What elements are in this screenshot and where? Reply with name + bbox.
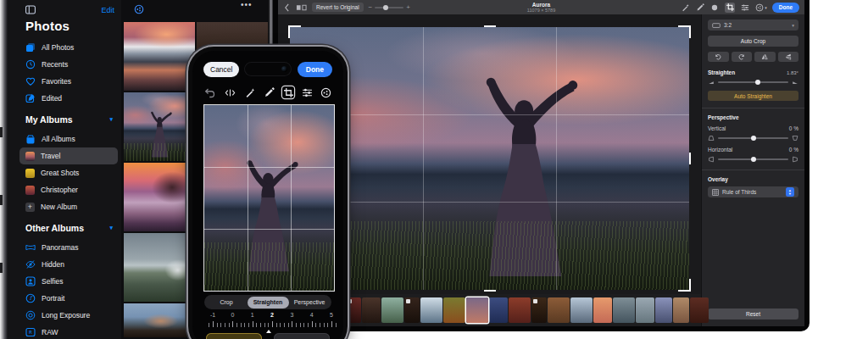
sidebar-item-all-photos[interactable]: All Photos <box>25 39 114 56</box>
zoom-in-icon[interactable]: + <box>406 3 410 11</box>
sidebar-item-hidden[interactable]: Hidden <box>25 256 114 273</box>
grid-photo-aurora[interactable] <box>124 92 195 161</box>
sliders-icon[interactable] <box>741 3 749 12</box>
sliders-icon[interactable] <box>302 87 313 98</box>
segment-perspective[interactable]: Perspective <box>289 297 331 308</box>
rotate-left-button[interactable] <box>708 52 729 62</box>
zoom-out-icon[interactable]: − <box>369 3 373 11</box>
sidebar-item-great-shots[interactable]: Great Shots <box>25 164 114 181</box>
crop-handle-right[interactable] <box>689 153 691 164</box>
vertical-knob[interactable] <box>751 136 756 141</box>
filmstrip-thumbnail[interactable] <box>346 297 361 323</box>
sidebar-item-christopher[interactable]: Christopher <box>25 181 114 198</box>
sidebar-item-recents[interactable]: Recents <box>25 56 114 73</box>
sidebar-item-travel[interactable]: Travel <box>19 147 118 164</box>
filmstrip-thumbnail[interactable] <box>489 297 508 323</box>
undo-icon[interactable] <box>204 87 215 98</box>
grid-photo-woman[interactable] <box>124 303 195 337</box>
sidebar-item-selfies[interactable]: Selfies <box>25 273 114 290</box>
sidebar-item-raw[interactable]: R RAW <box>25 324 114 339</box>
chevron-down-icon[interactable]: ▾ <box>109 116 113 123</box>
view-toggle-icon[interactable] <box>296 3 307 12</box>
sidebar-item-favorites[interactable]: Favorites <box>25 73 114 90</box>
filmstrip-thumbnail[interactable] <box>690 297 709 323</box>
filmstrip-thumbnail[interactable] <box>531 297 547 323</box>
cancel-button[interactable]: Cancel <box>203 62 239 77</box>
zoom-slider[interactable] <box>375 7 403 8</box>
sidebar-item-portrait[interactable]: f Portrait <box>25 290 114 307</box>
zoom-slider-knob[interactable] <box>383 5 388 10</box>
horizontal-perspective-slider[interactable] <box>708 156 798 163</box>
favorite-badge <box>406 299 410 303</box>
horizontal-knob[interactable] <box>751 157 756 162</box>
crop-icon[interactable] <box>282 86 294 98</box>
sidebar-item-panoramas[interactable]: Panoramas <box>25 239 114 256</box>
crop-handle-top-right[interactable] <box>678 25 691 38</box>
zoom-control[interactable]: − + <box>369 3 410 11</box>
sidebar-toggle-icon[interactable] <box>25 5 36 14</box>
wand-icon[interactable] <box>245 87 256 98</box>
filmstrip-thumbnail[interactable] <box>443 297 465 323</box>
filmstrip-thumbnail[interactable] <box>593 297 612 323</box>
edit-button[interactable]: Edit <box>101 6 114 14</box>
aspect-ratio-select[interactable]: 3:2 ▾ <box>708 19 798 31</box>
sidebar-item-new-album[interactable]: + New Album <box>25 198 114 215</box>
auto-straighten-button[interactable]: Auto Straighten <box>708 91 798 101</box>
filmstrip-thumbnail[interactable] <box>404 297 420 323</box>
chevron-down-icon[interactable]: ▾ <box>109 225 113 231</box>
segment-straighten[interactable]: Straighten <box>248 297 289 308</box>
crop-icon[interactable] <box>725 3 735 13</box>
straighten-dial[interactable]: -1012345 <box>203 312 333 336</box>
done-button-mac[interactable]: Done <box>772 3 799 13</box>
done-button-iphone[interactable]: Done <box>298 62 332 77</box>
crop-handle-bottom[interactable] <box>484 290 496 292</box>
auto-crop-button[interactable]: Auto Crop <box>708 36 798 47</box>
crop-region[interactable] <box>290 27 689 290</box>
filmstrip-thumbnail[interactable] <box>570 297 593 323</box>
filters-icon[interactable]: ▾ <box>755 3 767 12</box>
compare-icon[interactable] <box>225 87 236 98</box>
filmstrip-thumbnail[interactable] <box>420 297 442 323</box>
segment-crop[interactable]: Crop <box>206 297 248 308</box>
back-icon[interactable] <box>283 3 291 12</box>
crop-handle-top[interactable] <box>484 25 496 27</box>
wand-icon[interactable] <box>682 3 690 12</box>
filmstrip-thumbnail[interactable] <box>655 297 672 323</box>
auto-button-partial[interactable] <box>206 333 262 339</box>
sidebar-item-all-albums[interactable]: All Albums <box>25 131 114 147</box>
filters-icon[interactable] <box>320 87 331 98</box>
section-header[interactable]: My Albums▾ <box>25 114 113 125</box>
filmstrip-thumbnail[interactable] <box>548 297 570 323</box>
filmstrip-thumbnail[interactable] <box>362 297 381 323</box>
grid-photo-sunmount[interactable] <box>124 22 195 91</box>
reset-button[interactable]: Reset <box>708 308 798 320</box>
grid-photo-cliffs[interactable] <box>124 233 195 302</box>
sidebar-item-edited[interactable]: Edited <box>25 90 114 107</box>
section-header[interactable]: Other Albums▾ <box>25 223 113 233</box>
straighten-slider[interactable] <box>708 79 798 86</box>
crop-handle-top-left[interactable] <box>288 25 301 38</box>
marker-icon[interactable] <box>696 3 704 12</box>
overlay-select[interactable]: Rule of Thirds ▲▼ <box>708 186 798 197</box>
rotate-right-button[interactable] <box>732 52 753 62</box>
filmstrip-thumbnail[interactable] <box>466 297 488 323</box>
grid-photo-durdle[interactable] <box>124 163 195 231</box>
crop-preview[interactable] <box>203 104 335 292</box>
straighten-knob[interactable] <box>755 80 760 85</box>
filmstrip-thumbnail[interactable] <box>381 297 403 323</box>
revert-to-original-button[interactable]: Revert to Original <box>312 3 364 12</box>
crop-handle-bottom-right[interactable] <box>678 279 691 292</box>
filmstrip-thumbnail[interactable] <box>509 297 531 323</box>
redeye-icon[interactable] <box>710 3 719 12</box>
filter-options-icon[interactable] <box>134 4 144 14</box>
more-options-button[interactable]: ••• <box>241 0 253 9</box>
vertical-perspective-slider[interactable] <box>708 135 798 142</box>
marker-icon[interactable] <box>264 87 275 98</box>
filmstrip-thumbnail[interactable] <box>673 297 689 323</box>
sidebar-item-long-exposure[interactable]: Long Exposure <box>25 307 114 324</box>
filmstrip-thumbnail[interactable] <box>613 297 635 323</box>
flip-v-button[interactable] <box>778 52 799 62</box>
filmstrip-thumbnail[interactable] <box>636 297 654 323</box>
option-button-partial[interactable] <box>274 333 330 339</box>
flip-h-button[interactable] <box>754 52 776 62</box>
